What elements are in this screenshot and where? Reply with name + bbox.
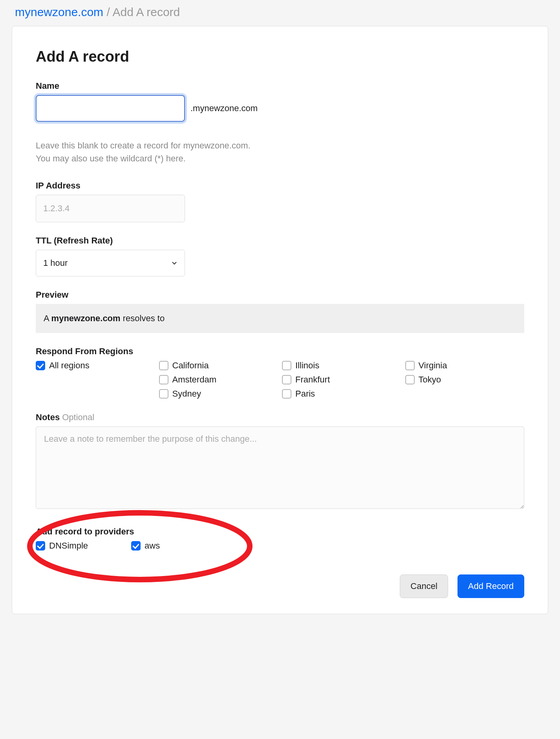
ip-label: IP Address <box>36 181 524 191</box>
region-label: Frankfurt <box>295 375 330 385</box>
preview-suffix: resolves to <box>121 313 165 323</box>
region-item: Illinois <box>282 360 401 371</box>
region-checkbox[interactable] <box>282 375 291 384</box>
region-item: Virginia <box>405 360 525 371</box>
chevron-down-icon <box>170 259 178 267</box>
preview-label: Preview <box>36 290 524 300</box>
add-record-button[interactable]: Add Record <box>458 574 524 598</box>
region-checkbox[interactable] <box>282 361 291 370</box>
region-checkbox[interactable] <box>405 361 415 370</box>
region-item: Amsterdam <box>159 375 278 385</box>
name-hint: Leave this blank to create a record for … <box>36 139 524 165</box>
region-item: Paris <box>282 389 401 399</box>
region-item: California <box>159 360 278 371</box>
cancel-button[interactable]: Cancel <box>400 574 448 598</box>
provider-item: aws <box>131 541 160 551</box>
region-item: All regions <box>36 360 155 371</box>
button-row: Cancel Add Record <box>36 574 524 598</box>
region-label: Illinois <box>295 360 319 371</box>
region-item: Tokyo <box>405 375 525 385</box>
region-label: Paris <box>295 389 315 399</box>
notes-field-group: Notes Optional <box>36 412 524 511</box>
region-checkbox[interactable] <box>159 389 168 399</box>
ip-input[interactable] <box>36 195 185 222</box>
region-item: Sydney <box>159 389 278 399</box>
preview-field-group: Preview A mynewzone.com resolves to <box>36 290 524 333</box>
region-item <box>36 389 155 399</box>
notes-textarea[interactable] <box>36 426 524 509</box>
providers-row: DNSimpleaws <box>36 541 524 551</box>
region-item <box>36 375 155 385</box>
region-checkbox[interactable] <box>282 389 291 399</box>
region-item: Frankfurt <box>282 375 401 385</box>
name-hint-line1: Leave this blank to create a record for … <box>36 139 524 152</box>
ttl-selected-value: 1 hour <box>43 258 68 268</box>
region-label: Sydney <box>172 389 201 399</box>
preview-box: A mynewzone.com resolves to <box>36 304 524 333</box>
providers-label: Add record to providers <box>36 527 524 537</box>
region-checkbox[interactable] <box>159 375 168 384</box>
region-label: Amsterdam <box>172 375 216 385</box>
notes-label-row: Notes Optional <box>36 412 524 423</box>
name-field-group: Name .mynewzone.com Leave this blank to … <box>36 81 524 165</box>
region-checkbox[interactable] <box>159 361 168 370</box>
breadcrumb-separator: / <box>103 5 112 18</box>
breadcrumb: mynewzone.com / Add A record <box>12 0 548 26</box>
breadcrumb-zone-link[interactable]: mynewzone.com <box>15 5 103 18</box>
name-hint-line2: You may also use the wildcard (*) here. <box>36 152 524 165</box>
page-title: Add A record <box>36 48 524 65</box>
name-input[interactable] <box>36 95 185 122</box>
form-card: Add A record Name .mynewzone.com Leave t… <box>12 26 548 614</box>
regions-grid: All regionsCaliforniaIllinoisVirginiaAms… <box>36 360 524 399</box>
ip-field-group: IP Address <box>36 181 524 222</box>
ttl-label: TTL (Refresh Rate) <box>36 236 524 246</box>
preview-prefix: A <box>44 313 51 323</box>
region-label: Virginia <box>419 360 447 371</box>
provider-label: DNSimple <box>49 541 88 551</box>
ttl-field-group: TTL (Refresh Rate) 1 hour <box>36 236 524 276</box>
name-suffix: .mynewzone.com <box>190 103 258 113</box>
region-label: California <box>172 360 209 371</box>
provider-checkbox[interactable] <box>36 541 45 551</box>
region-checkbox[interactable] <box>405 375 415 384</box>
name-label: Name <box>36 81 524 91</box>
preview-domain: mynewzone.com <box>51 313 121 323</box>
regions-label: Respond From Regions <box>36 346 524 357</box>
provider-checkbox[interactable] <box>131 541 141 551</box>
provider-item: DNSimple <box>36 541 88 551</box>
breadcrumb-current: Add A record <box>112 5 180 18</box>
region-item <box>405 389 525 399</box>
notes-optional-text: Optional <box>62 412 94 422</box>
region-checkbox[interactable] <box>36 361 45 370</box>
ttl-select[interactable]: 1 hour <box>36 250 185 276</box>
providers-section: Add record to providers DNSimpleaws <box>36 524 524 551</box>
regions-field-group: Respond From Regions All regionsCaliforn… <box>36 346 524 399</box>
provider-label: aws <box>145 541 160 551</box>
region-label: Tokyo <box>419 375 441 385</box>
region-label: All regions <box>49 360 90 371</box>
notes-label: Notes <box>36 412 60 422</box>
